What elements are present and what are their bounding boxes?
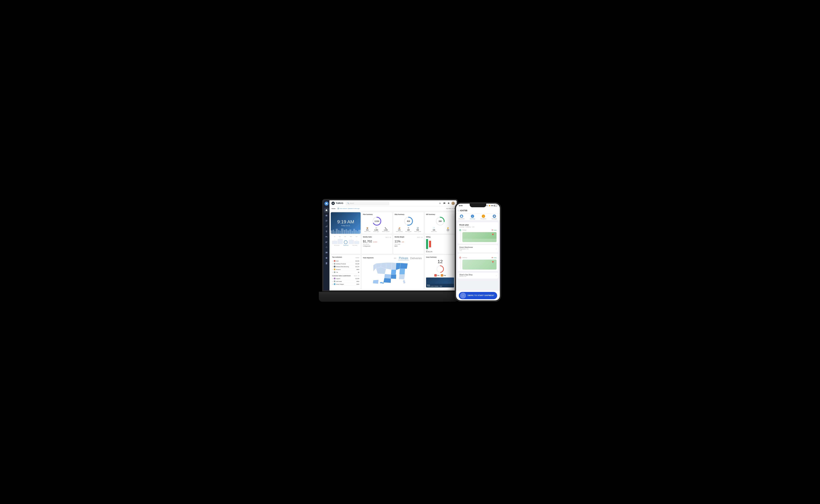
bill-icon-0: 📄 — [433, 227, 435, 229]
svg-rect-28 — [358, 230, 361, 234]
laptop-body: TURVO 🔍 Search — [322, 199, 458, 292]
sloans-info: Sloan's Sea Shop Denver, CO — [459, 274, 472, 277]
sidebar-item-map[interactable] — [324, 229, 329, 234]
sidebar-item-reports[interactable] — [324, 261, 329, 266]
shipment-id: #2475B — [460, 209, 468, 212]
customer-item-1: 2. A Ashley's Products $3,296 — [332, 262, 359, 265]
phone-tab-label-0: Documents — [459, 218, 464, 219]
sidebar-item-check[interactable] — [324, 256, 329, 260]
bill-total: 158 — [439, 220, 441, 222]
leaderboard-section: Customer Sales Leaderboard Oct 17 - 23 1… — [332, 275, 359, 286]
total-shipments-year: 2022 — [394, 258, 396, 259]
map-tab-pickups[interactable]: Pickups — [398, 256, 409, 260]
stop-label-1: Delivery — [462, 257, 467, 258]
user-avatar[interactable] — [451, 202, 455, 205]
exceptions-icon: ⚠ — [482, 215, 485, 218]
green-warehouse-distance: 7 mi — [459, 250, 473, 251]
filters-button[interactable]: My filters ▾ ⚙ — [446, 208, 455, 209]
chevron-right-icon-1: › — [496, 274, 497, 277]
customer-amount-0: $4,000 — [355, 260, 359, 262]
phone-tab-exceptions[interactable]: ⚠ Exceptions — [478, 214, 489, 220]
green-warehouse-info: Green Warehouse Edgewater, CO 7 mi — [459, 246, 473, 251]
phone-notch — [470, 204, 486, 207]
weekly-margin-header: Weekly Margin Oct 17 - 23 — [395, 236, 423, 239]
search-bar[interactable]: 🔍 Search — [346, 201, 389, 205]
phone-tab-label-2: Exceptions — [481, 218, 486, 219]
swipe-to-start-button[interactable]: › SWIPE TO START SHIPMENT — [459, 292, 497, 299]
green-warehouse-card[interactable]: Green Warehouse Edgewater, CO 7 mi › — [458, 245, 498, 252]
weekly-margin-value: 11% -19% — [395, 240, 423, 243]
phone-tab-documents[interactable]: 📄 Documents — [456, 214, 467, 220]
app-name: TURVO — [336, 202, 343, 204]
phone-screen: 10:54 ▪▪▪▪ 🔶 35% ‹ #2475B — [456, 204, 500, 300]
top-customers-title: Top customers — [332, 256, 342, 258]
svg-rect-22 — [347, 230, 349, 234]
map-tab-deliveries[interactable]: Deliveries — [410, 256, 422, 260]
svg-rect-15 — [334, 231, 335, 234]
bar-0 — [332, 241, 337, 244]
chevron-down-icon: ▾ — [452, 208, 453, 209]
sidebar — [323, 200, 329, 290]
filters-label: My filters — [446, 208, 452, 209]
svg-rect-26 — [355, 230, 357, 234]
plan-value-1: 2,484 — [374, 229, 378, 231]
summary-icon: ℹ — [471, 215, 474, 218]
sloans-card[interactable]: Sloan's Sea Shop Denver, CO › — [458, 273, 498, 279]
sidebar-item-shipments[interactable] — [324, 213, 329, 218]
route-plan-section: Route plan 1 pickup, 1 delivery · 1 mi P… — [458, 222, 498, 244]
delivery-map-pin: 📍 — [491, 261, 495, 264]
leaderboard-item-1: 2. J Jeff Graan $502 — [332, 280, 359, 283]
sidebar-logo[interactable] — [324, 202, 328, 206]
notification-button[interactable] — [447, 202, 450, 205]
phone: 10:54 ▪▪▪▪ 🔶 35% ‹ #2475B — [455, 202, 501, 302]
chat-button[interactable] — [443, 202, 446, 205]
ship-label-0: Needs pickup — [396, 231, 402, 232]
phone-tab-summary[interactable]: ℹ Summary — [467, 214, 478, 220]
stop-timing-label-0: Today — [493, 230, 497, 231]
customer-item-2: 3. M Midwest Manufacturing $2,276 — [332, 265, 359, 268]
sidebar-item-carriers[interactable] — [324, 234, 329, 239]
svg-rect-16 — [336, 229, 338, 234]
sidebar-item-analytics[interactable] — [324, 224, 329, 228]
laptop: TURVO 🔍 Search — [319, 192, 468, 302]
customer-dot-2: M — [334, 266, 335, 267]
customer-left-2: 3. M Midwest Manufacturing — [332, 266, 349, 267]
usa-map-container — [363, 261, 422, 287]
svg-rect-24 — [352, 231, 353, 234]
sidebar-item-home[interactable] — [324, 208, 329, 213]
stop-label-row-1: Delivery 📅 Today — [462, 257, 497, 259]
customer-left-4: 5. T TIA — [332, 271, 338, 273]
leaderboard-num-1: 2. — [332, 281, 333, 282]
leaderboard-list: 1. S support $1,000 2. — [332, 277, 359, 286]
phone-time: 10:54 — [459, 205, 463, 206]
weekly-margin-title: Weekly Margin — [395, 236, 404, 238]
leaderboard-title: Customer Sales Leaderboard — [332, 275, 351, 277]
sidebar-item-customers[interactable] — [324, 240, 329, 244]
ship-stats: 🚚 176 Needs pickup ⏱ 488 Running late — [395, 227, 423, 232]
svg-rect-27 — [357, 231, 358, 234]
sidebar-item-orders[interactable] — [324, 219, 329, 223]
weekly-sales-date: Oct 17 - 23 — [386, 237, 391, 238]
leaderboard-amount-0: $1,000 — [355, 278, 359, 279]
issue-badge-1: 4 — [441, 274, 443, 277]
svg-point-10 — [327, 241, 328, 242]
add-button[interactable] — [439, 202, 441, 205]
sidebar-item-messages[interactable] — [324, 250, 329, 255]
billing-title: Billing — [426, 236, 454, 238]
plan-stat-0: 📦 931 Needs cover — [364, 227, 371, 232]
back-button[interactable]: ‹ — [458, 209, 459, 212]
ship-value-1: 488 — [407, 229, 410, 231]
sloans-name: Sloan's Sea Shop — [459, 274, 472, 276]
customer-dot-3: A — [334, 269, 335, 270]
issue-stats: 7 Plan 4 Ship — [426, 274, 454, 277]
bar-col-4: — — [354, 240, 359, 244]
customer-left-0: 1. D Dole — [332, 260, 339, 262]
sidebar-item-settings[interactable] — [324, 245, 329, 250]
total-shipments-header: Total shipments 2022 Pickups Deliveries — [363, 256, 422, 260]
phone-signal-icon: ▪▪▪▪ — [486, 205, 488, 206]
bill-label-0: Needs docs — [431, 231, 437, 232]
delivery-map-bg: 📍 — [462, 260, 497, 270]
breadcrumb-home[interactable]: Home — [331, 208, 335, 209]
phone-tab-messages[interactable]: 💬 Messages — [489, 214, 500, 220]
svg-point-7 — [326, 237, 326, 237]
